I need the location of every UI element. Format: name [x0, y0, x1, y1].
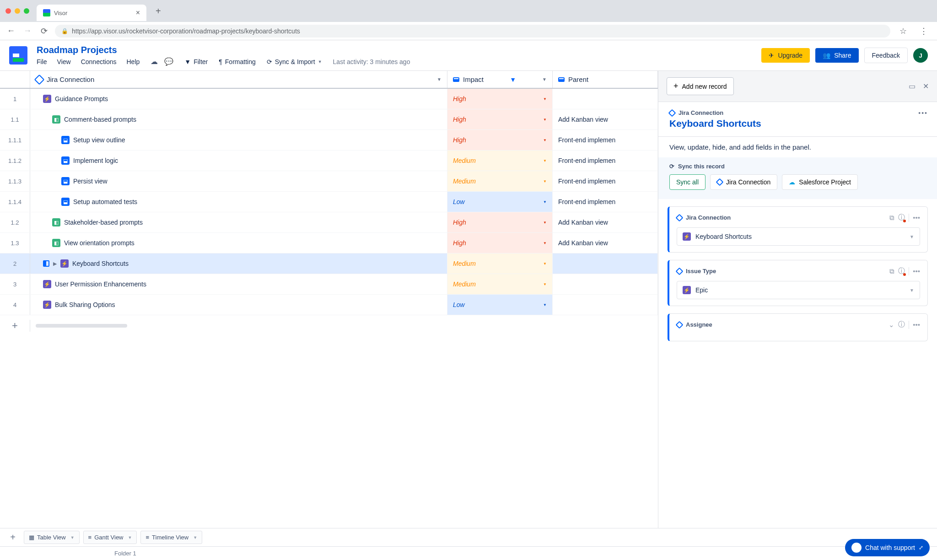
table-row[interactable]: 4⚡Bulk Sharing OptionsLow▼ [0, 295, 658, 315]
column-header-parent[interactable]: Parent [553, 71, 658, 88]
upgrade-button[interactable]: ✈ Upgrade [761, 48, 810, 63]
cell-impact[interactable]: Medium▼ [447, 274, 553, 294]
cell-title[interactable]: ⬓Setup view outline [30, 130, 447, 150]
plus-icon[interactable]: + [0, 320, 30, 332]
back-button[interactable]: ← [5, 26, 16, 36]
table-row[interactable]: 1.1.1⬓Setup view outlineHigh▼Front-end i… [0, 130, 658, 151]
maximize-window-button[interactable] [24, 8, 29, 14]
chat-support-button[interactable]: Chat with support ⤢ [845, 539, 930, 553]
cell-impact[interactable]: High▼ [447, 233, 553, 253]
menu-connections[interactable]: Connections [81, 58, 117, 65]
cell-parent[interactable] [553, 274, 658, 294]
table-row[interactable]: 1.1.2⬓Implement logicMedium▼Front-end im… [0, 151, 658, 171]
cell-title[interactable]: ⚡Guidance Prompts [30, 89, 447, 109]
cell-title[interactable]: ◧View orientation prompts [30, 233, 447, 253]
add-row[interactable]: + [0, 315, 658, 336]
cell-impact[interactable]: Medium▼ [447, 253, 553, 274]
info-alert-icon[interactable]: ⓘ [898, 213, 905, 222]
link-icon[interactable]: ⧉ [889, 267, 894, 275]
more-icon[interactable]: ••• [913, 321, 920, 328]
chevron-down-icon[interactable]: ▼ [543, 282, 547, 286]
cell-impact[interactable]: Low▼ [447, 295, 553, 315]
reload-button[interactable]: ⟳ [38, 26, 49, 36]
chevron-down-icon[interactable]: ▼ [542, 77, 547, 82]
chevron-down-icon[interactable]: ▼ [70, 535, 75, 540]
chevron-down-icon[interactable]: ▼ [543, 221, 547, 225]
cell-parent[interactable]: Front-end implemen [553, 151, 658, 171]
chevron-down-icon[interactable]: ▼ [193, 535, 197, 540]
forward-button[interactable]: → [22, 26, 33, 36]
column-header-jira[interactable]: Jira Connection ▼ [30, 71, 447, 88]
cloud-icon[interactable]: ☁ [151, 57, 158, 66]
formatting-action[interactable]: ¶ Formatting [219, 58, 255, 65]
filter-active-icon[interactable]: ▼ [510, 76, 516, 83]
cell-parent[interactable] [553, 295, 658, 315]
cell-impact[interactable]: High▼ [447, 212, 553, 232]
horizontal-scrollbar[interactable] [36, 324, 127, 328]
link-icon[interactable]: ⧉ [889, 214, 894, 222]
chevron-circle-icon[interactable]: ⌄ [889, 321, 894, 329]
cell-impact[interactable]: High▼ [447, 89, 553, 109]
cell-title[interactable]: ⬓Setup automated tests [30, 192, 447, 212]
info-alert-icon[interactable]: ⓘ [898, 267, 905, 275]
table-row[interactable]: 1.1.4⬓Setup automated testsLow▼Front-end… [0, 192, 658, 212]
menu-help[interactable]: Help [126, 58, 140, 65]
url-field[interactable]: 🔒 https://app.visor.us/rocketvisor-corpo… [55, 25, 890, 38]
sync-all-button[interactable]: Sync all [669, 174, 705, 190]
app-logo[interactable] [9, 46, 27, 65]
avatar[interactable]: J [913, 48, 928, 63]
close-window-button[interactable] [5, 8, 11, 14]
cell-impact[interactable]: Low▼ [447, 192, 553, 212]
add-view-button[interactable]: + [5, 532, 20, 543]
cell-title[interactable]: ◧Stakeholder-based prompts [30, 212, 447, 232]
cell-impact[interactable]: High▼ [447, 130, 553, 150]
filter-action[interactable]: ▼ Filter [184, 58, 208, 65]
chevron-down-icon[interactable]: ▼ [543, 303, 547, 307]
chevron-down-icon[interactable]: ▼ [543, 179, 547, 183]
sync-jira-button[interactable]: Jira Connection [710, 174, 777, 190]
cell-title[interactable]: ⬓Implement logic [30, 151, 447, 171]
new-tab-button[interactable]: + [156, 6, 161, 16]
chevron-down-icon[interactable]: ▼ [543, 118, 547, 122]
expand-panel-icon[interactable]: ▭ [909, 82, 915, 91]
chevron-down-icon[interactable]: ▼ [910, 234, 914, 239]
column-header-impact[interactable]: Impact ▼ ▼ [447, 71, 553, 88]
chevron-down-icon[interactable]: ▼ [543, 159, 547, 163]
share-button[interactable]: 👥 Share [815, 48, 858, 63]
cell-parent[interactable]: Front-end implemen [553, 192, 658, 212]
feedback-button[interactable]: Feedback [864, 48, 908, 63]
view-tab[interactable]: ≡Gantt View▼ [83, 531, 137, 544]
sync-salesforce-button[interactable]: ☁ Salesforce Project [782, 174, 858, 190]
cell-parent[interactable]: Front-end implemen [553, 171, 658, 191]
chevron-down-icon[interactable]: ▼ [543, 97, 547, 101]
cell-parent[interactable]: Front-end implemen [553, 130, 658, 150]
more-icon[interactable]: ••• [913, 267, 920, 275]
more-icon[interactable]: ••• [913, 214, 920, 221]
cell-impact[interactable]: High▼ [447, 109, 553, 129]
sync-action[interactable]: ⟳ Sync & Import ▼ [267, 58, 322, 65]
chevron-down-icon[interactable]: ▼ [910, 288, 914, 293]
field-value[interactable]: ⚡Epic▼ [677, 281, 920, 299]
table-row[interactable]: 1.2◧Stakeholder-based promptsHigh▼Add Ka… [0, 212, 658, 233]
tab-close-icon[interactable]: × [136, 9, 140, 17]
cell-impact[interactable]: Medium▼ [447, 171, 553, 191]
cell-title[interactable]: ⚡User Permission Enhancements [30, 274, 447, 294]
chevron-down-icon[interactable]: ▼ [128, 535, 132, 540]
table-row[interactable]: 1⚡Guidance PromptsHigh▼ [0, 89, 658, 109]
table-row[interactable]: 2▶⚡Keyboard ShortcutsMedium▼ [0, 253, 658, 274]
close-panel-icon[interactable]: ✕ [923, 82, 929, 91]
cell-parent[interactable]: Add Kanban view [553, 233, 658, 253]
menu-file[interactable]: File [37, 58, 47, 65]
chevron-down-icon[interactable]: ▼ [543, 200, 547, 204]
chevron-down-icon[interactable]: ▼ [543, 138, 547, 142]
chevron-down-icon[interactable]: ▼ [543, 241, 547, 245]
cell-title[interactable]: ◧Comment-based prompts [30, 109, 447, 129]
cell-impact[interactable]: Medium▼ [447, 151, 553, 171]
view-tab[interactable]: ▦Table View▼ [24, 531, 80, 544]
minimize-window-button[interactable] [15, 8, 20, 14]
browser-menu-icon[interactable]: ⋮ [916, 26, 932, 36]
add-record-button[interactable]: + Add new record [667, 77, 734, 95]
table-row[interactable]: 1.3◧View orientation promptsHigh▼Add Kan… [0, 233, 658, 253]
table-row[interactable]: 1.1◧Comment-based promptsHigh▼Add Kanban… [0, 109, 658, 130]
chat-icon[interactable]: 💬 [164, 57, 173, 66]
